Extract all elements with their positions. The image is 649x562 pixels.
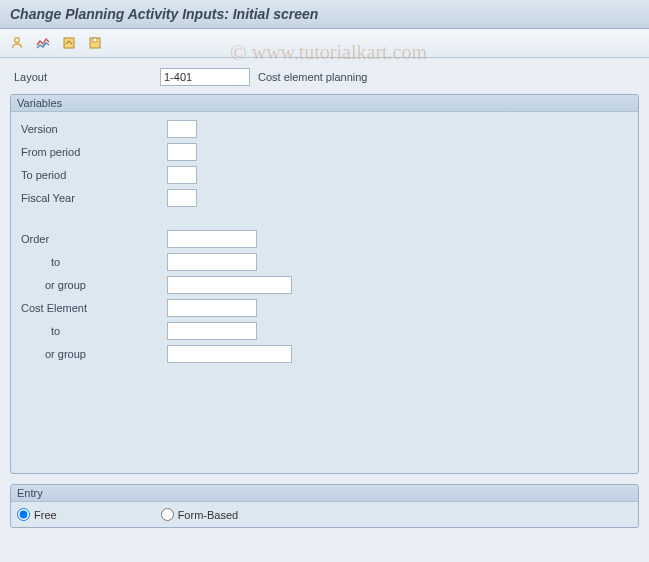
open-icon[interactable] xyxy=(58,33,80,53)
variables-legend: Variables xyxy=(11,95,638,112)
toolbar xyxy=(0,29,649,58)
ce-to-label: to xyxy=(17,325,167,337)
user-icon[interactable] xyxy=(6,33,28,53)
variables-group: Variables Version From period To period … xyxy=(10,94,639,474)
order-input[interactable] xyxy=(167,230,257,248)
entry-free-option[interactable]: Free xyxy=(17,508,57,521)
from-period-label: From period xyxy=(17,146,167,158)
cost-element-label: Cost Element xyxy=(17,302,167,314)
entry-form-label: Form-Based xyxy=(178,509,239,521)
svg-point-0 xyxy=(15,38,20,43)
layout-row: Layout Cost element planning xyxy=(10,66,639,88)
from-period-input[interactable] xyxy=(167,143,197,161)
order-group-label: or group xyxy=(17,279,167,291)
order-label: Order xyxy=(17,233,167,245)
order-to-input[interactable] xyxy=(167,253,257,271)
layout-input[interactable] xyxy=(160,68,250,86)
entry-form-radio[interactable] xyxy=(161,508,174,521)
ce-group-label: or group xyxy=(17,348,167,360)
main-content: Layout Cost element planning Variables V… xyxy=(0,58,649,528)
entry-free-radio[interactable] xyxy=(17,508,30,521)
ce-to-input[interactable] xyxy=(167,322,257,340)
cost-element-input[interactable] xyxy=(167,299,257,317)
entry-form-option[interactable]: Form-Based xyxy=(161,508,239,521)
svg-rect-1 xyxy=(64,38,74,48)
fiscal-year-label: Fiscal Year xyxy=(17,192,167,204)
to-period-label: To period xyxy=(17,169,167,181)
ce-group-input[interactable] xyxy=(167,345,292,363)
version-input[interactable] xyxy=(167,120,197,138)
entry-legend: Entry xyxy=(11,485,638,502)
order-group-input[interactable] xyxy=(167,276,292,294)
layout-label: Layout xyxy=(10,71,160,83)
layout-description: Cost element planning xyxy=(250,71,367,83)
to-period-input[interactable] xyxy=(167,166,197,184)
chart-icon[interactable] xyxy=(32,33,54,53)
title-bar: Change Planning Activity Inputs: Initial… xyxy=(0,0,649,29)
save-icon[interactable] xyxy=(84,33,106,53)
page-title: Change Planning Activity Inputs: Initial… xyxy=(10,6,318,22)
version-label: Version xyxy=(17,123,167,135)
fiscal-year-input[interactable] xyxy=(167,189,197,207)
order-to-label: to xyxy=(17,256,167,268)
entry-free-label: Free xyxy=(34,509,57,521)
entry-group: Entry Free Form-Based xyxy=(10,484,639,528)
svg-rect-3 xyxy=(93,38,97,42)
